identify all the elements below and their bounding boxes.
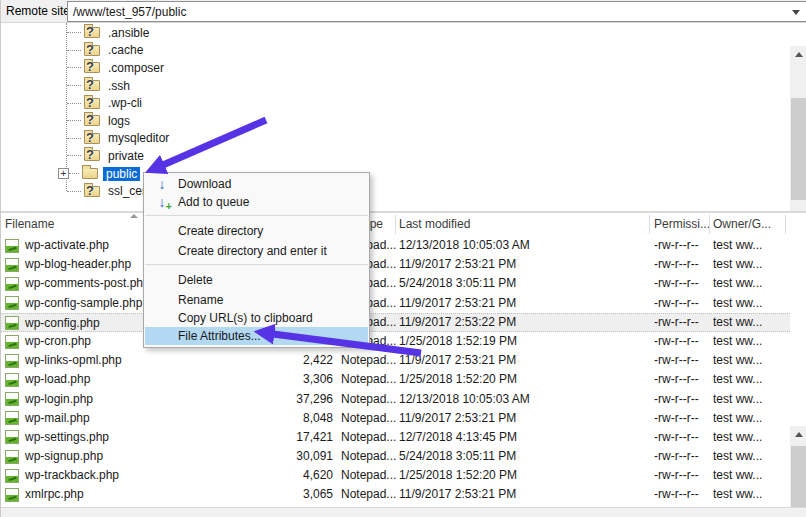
scrollbar-thumb[interactable] <box>791 98 806 200</box>
tree-item-label: mysqleditor <box>105 131 172 145</box>
chevron-down-icon[interactable] <box>792 10 800 15</box>
last-modified-cell: 12/13/2018 10:05:03 AM <box>399 236 647 255</box>
folder-icon <box>84 27 100 38</box>
sort-ascending-icon <box>130 214 138 218</box>
tree-item-label: .cache <box>105 43 146 57</box>
filetype-cell: Notepad... <box>341 351 397 370</box>
permissions-cell: -rw-r--r-- <box>654 390 710 409</box>
tree-item[interactable]: .cache <box>1 42 790 60</box>
filename-cell: wp-login.php <box>5 390 269 409</box>
file-row[interactable]: wp-trackback.php 4,620 Notepad... 1/25/2… <box>1 466 790 485</box>
add-to-queue-icon <box>152 195 172 209</box>
remote-site-label: Remote site: <box>6 4 73 18</box>
owner-group-cell: test ww... <box>713 351 787 370</box>
filename-cell: wp-mail.php <box>5 409 269 428</box>
tree-item[interactable]: + public <box>1 165 790 183</box>
owner-group-cell: test ww... <box>713 236 787 255</box>
menu-item-label: Rename <box>178 293 223 307</box>
filename-cell: wp-links-opml.php <box>5 351 269 370</box>
file-row[interactable]: wp-signup.php 30,091 Notepad... 5/24/201… <box>1 447 790 466</box>
folder-icon <box>84 98 100 109</box>
owner-group-cell: test ww... <box>713 274 787 293</box>
file-row[interactable]: wp-load.php 3,306 Notepad... 1/25/2018 1… <box>1 370 790 389</box>
filesize-cell: 3,065 <box>251 485 333 504</box>
scroll-up-button[interactable] <box>790 426 806 443</box>
header-filename[interactable]: Filename <box>5 217 54 231</box>
tree-connector <box>67 67 81 68</box>
triangle-up-icon <box>795 432 803 437</box>
menu-item[interactable]: Add to queue <box>145 193 368 211</box>
file-row[interactable]: wp-mail.php 8,048 Notepad... 11/9/2017 2… <box>1 409 790 428</box>
php-file-icon <box>5 316 19 330</box>
tree-item[interactable]: .wp-cli <box>1 94 790 112</box>
menu-item[interactable]: Create directory <box>145 215 368 242</box>
owner-group-cell: test ww... <box>713 332 787 351</box>
file-row[interactable]: wp-config-sample.php Notepad... 11/9/201… <box>1 294 790 313</box>
filesize-cell: 4,620 <box>251 466 333 485</box>
filesize-cell: 3,306 <box>251 370 333 389</box>
tree-item-label: .ansible <box>105 26 152 40</box>
menu-item[interactable]: Download <box>145 175 368 193</box>
file-row[interactable]: wp-config.php Notepad... 11/9/2017 2:53:… <box>1 313 790 332</box>
filename-text: wp-blog-header.php <box>25 255 131 274</box>
file-row[interactable]: wp-comments-post.php Notepad... 5/24/201… <box>1 274 790 293</box>
menu-item[interactable]: Create directory and enter it <box>145 242 368 260</box>
menu-item[interactable]: Rename <box>145 291 368 309</box>
menu-item[interactable]: File Attributes... <box>145 327 368 345</box>
owner-group-cell: test ww... <box>713 390 787 409</box>
question-mark-overlay-icon <box>86 42 94 57</box>
tree-connector <box>67 138 81 139</box>
horizontal-scrollbar[interactable] <box>1 507 806 517</box>
tree-connector <box>67 120 81 121</box>
tree-item[interactable]: ssl_certificates <box>1 182 790 200</box>
column-separator[interactable] <box>395 215 396 234</box>
php-file-icon <box>5 469 19 483</box>
header-last-modified[interactable]: Last modified <box>399 217 470 231</box>
file-row[interactable]: wp-cron.php 3,669 Notepad... 1/25/2018 1… <box>1 332 790 351</box>
tree-item[interactable]: logs <box>1 112 790 130</box>
column-separator[interactable] <box>785 215 786 234</box>
permissions-cell: -rw-r--r-- <box>654 447 710 466</box>
file-row[interactable]: wp-activate.php Notepad... 12/13/2018 10… <box>1 236 790 255</box>
php-file-icon <box>5 411 19 425</box>
last-modified-cell: 1/25/2018 1:52:20 PM <box>399 466 647 485</box>
folder-icon <box>84 45 100 56</box>
file-row[interactable]: wp-settings.php 17,421 Notepad... 12/7/2… <box>1 428 790 447</box>
tree-item[interactable]: .ssh <box>1 77 790 95</box>
tree-item[interactable]: .ansible <box>1 24 790 42</box>
scroll-up-button[interactable] <box>790 46 806 63</box>
filesize-cell: 17,421 <box>251 428 333 447</box>
filename-text: wp-config-sample.php <box>25 294 142 313</box>
tree-item[interactable]: .composer <box>1 59 790 77</box>
tree-item[interactable]: private <box>1 147 790 165</box>
file-row[interactable]: wp-blog-header.php Notepad... 11/9/2017 … <box>1 255 790 274</box>
menu-item[interactable]: Delete <box>145 264 368 291</box>
header-permissions[interactable]: Permissi... <box>654 217 710 231</box>
folder-icon <box>84 62 100 73</box>
question-mark-overlay-icon <box>86 59 94 74</box>
expander-plus-icon[interactable]: + <box>58 168 69 179</box>
tree-item-label: public <box>103 167 140 181</box>
owner-group-cell: test ww... <box>713 428 787 447</box>
remote-path-combobox[interactable]: /www/test_957/public <box>67 1 806 22</box>
php-file-icon <box>5 430 19 444</box>
column-separator[interactable] <box>649 215 650 234</box>
tree-item-label: .composer <box>105 61 167 75</box>
tree-connector <box>69 173 79 174</box>
file-row[interactable]: wp-login.php 37,296 Notepad... 12/13/201… <box>1 390 790 409</box>
file-row[interactable]: xmlrpc.php 3,065 Notepad... 11/9/2017 2:… <box>1 485 790 504</box>
php-file-icon <box>5 296 19 310</box>
filename-text: wp-login.php <box>25 390 93 409</box>
column-separator[interactable] <box>709 215 710 234</box>
menu-item-label: Copy URL(s) to clipboard <box>178 311 313 325</box>
file-list-scrollbar[interactable] <box>790 426 806 517</box>
tree-connector <box>67 191 81 192</box>
tree-item[interactable]: mysqleditor <box>1 130 790 148</box>
header-owner-group[interactable]: Owner/G... <box>713 217 771 231</box>
tree-scrollbar[interactable] <box>790 46 806 234</box>
folder-icon <box>84 133 100 144</box>
menu-item[interactable]: Copy URL(s) to clipboard <box>145 309 368 327</box>
file-row[interactable]: wp-links-opml.php 2,422 Notepad... 11/9/… <box>1 351 790 370</box>
filesize-cell: 30,091 <box>251 447 333 466</box>
question-mark-overlay-icon <box>86 95 94 110</box>
